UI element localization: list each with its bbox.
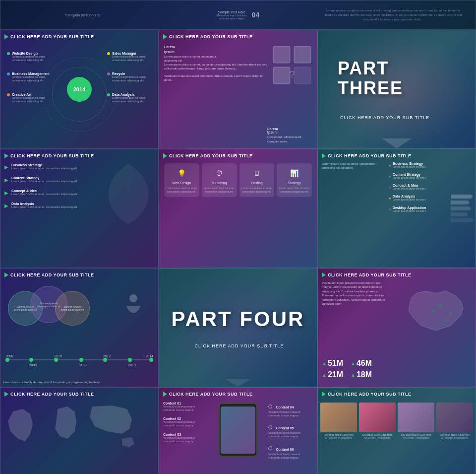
r2c3-desc-1: Lorem ipsum dolor sit amet. <box>393 165 426 169</box>
part-three-subtitle: CLICK HERE ADD YOUR SUB TITLE <box>340 115 429 120</box>
stat-21m-label: 21M <box>328 370 343 379</box>
info-label-4: Recycle <box>112 72 152 75</box>
content-label-05: Content 05 <box>276 426 294 430</box>
part-three-title: PART <box>338 59 429 78</box>
photo-3-bg <box>398 403 434 432</box>
radio-04 <box>268 405 272 408</box>
ipsum-label-2: Ipsum <box>267 131 312 134</box>
slide-r2c2-title: CLICK HERE ADD YOUR SUB TITLE <box>169 153 253 158</box>
content-label-04: Content 04 <box>276 406 294 409</box>
r2c3-item-1: ● Business Strategy Lorem ipsum dolor si… <box>389 162 448 169</box>
lorem-left: Lorem Ipsum Lorem ipsum dolor sit amet c… <box>164 45 224 63</box>
stat-21m: ▲ 21M <box>322 370 343 379</box>
stat-18m: ▲ 18M <box>351 370 372 379</box>
world-map-svg <box>3 402 157 456</box>
svg-rect-1 <box>294 46 311 63</box>
slide-r2c3: CLICK HERE ADD YOUR SUB TITLE Lorem ipsu… <box>317 149 476 268</box>
content-desc-01: Vestibulum liquet praesent commodo cursu… <box>163 405 208 412</box>
service-web-design: 💡 Web Design Lorem ipsum dolor sit amet,… <box>164 163 199 197</box>
part-three-sub-container: CLICK HERE ADD YOUR SUB TITLE <box>338 108 429 120</box>
svg-text:?: ? <box>289 69 295 80</box>
marketing-desc: Lorem ipsum dolor sit amet, consectetur … <box>204 187 235 193</box>
part-four-title-1: PART FOUR <box>172 307 305 331</box>
content-label-02: Content 02 <box>163 417 208 420</box>
venn-area: Lorem Ipsumlorem ipsum dolor sit Lorem I… <box>3 281 156 336</box>
photo-4 <box>436 403 473 432</box>
stat-51m: ▲ 51M <box>322 359 343 368</box>
r2c3-bullet-1: ● <box>389 163 391 168</box>
lorem-label-2: Lorem <box>267 127 312 131</box>
year-2012: 2012 <box>103 354 111 358</box>
photo-sub-3: Art Design, Photography <box>398 436 434 439</box>
slide-r2c3-title-bar: CLICK HERE ADD YOUR SUB TITLE <box>322 153 412 158</box>
r2c3-bullet-4: ● <box>389 196 391 201</box>
slide-r2c2-arrow <box>163 153 167 158</box>
slide-r3c3-title: CLICK HERE ADD YOUR SUB TITLE <box>328 272 412 277</box>
info-label-1: Website Design <box>12 52 52 55</box>
info-desc-4: Lorem ipsum dolor sit amet, consectetur … <box>112 75 152 82</box>
strategy-arrow-2: ▶ <box>4 177 8 183</box>
photo-2 <box>359 403 396 432</box>
slide-r3c3: CLICK HERE ADD YOUR SUB TITLE Vestibulum… <box>317 268 476 387</box>
stat-51m-label: 51M <box>328 359 343 368</box>
svg-point-5 <box>129 294 137 302</box>
photo-3 <box>398 403 434 432</box>
info-label-3: Business Management <box>12 72 52 75</box>
photo-sub-4: Art Design, Photography <box>436 436 473 439</box>
slide-r2c1-title-bar: CLICK HERE ADD YOUR SUB TITLE <box>4 153 94 158</box>
slide-r2c1-title: CLICK HERE ADD YOUR SUB TITLE <box>10 153 94 158</box>
slide-r3c3-title-bar: CLICK HERE ADD YOUR SUB TITLE <box>322 272 412 277</box>
main-grid: mahajana partitioner et. Sample Text Her… <box>0 0 476 474</box>
r3c3-body: Vestibulum liquet praesent commodo cursu… <box>322 281 386 306</box>
r2c3-strategy-list: ● Business Strategy Lorem ipsum dolor si… <box>389 162 448 213</box>
r3c1-body: Lorem ipsum is simply dummy text of the … <box>3 380 156 384</box>
photo-sub-1: Art Design, Photography <box>320 436 357 439</box>
stat-18m-label: 18M <box>357 370 372 379</box>
service-marketing: ⏱ Marketing Lorem ipsum dolor sit amet, … <box>202 163 237 197</box>
strategy-label-1: Business Strategy <box>11 163 78 167</box>
part-four-deco <box>226 379 250 387</box>
body-text: Lorem ipsum dolor sit amet, consectetur … <box>164 63 267 71</box>
strategy-desc-1: Lorem ipsum dolor sit amet, consectetur … <box>11 167 78 170</box>
part-three-deco-arrow <box>382 138 412 148</box>
strategy-label-4: Data Analysis <box>11 202 78 205</box>
slide-r2c2-title-bar: CLICK HERE ADD YOUR SUB TITLE <box>163 153 253 158</box>
year-2013: 2013 <box>128 363 136 367</box>
china-map <box>401 283 471 343</box>
r2c3-body-left: Lorem ipsum dolor sit amet, consectetur … <box>322 162 386 170</box>
photo-4-bg <box>436 403 473 432</box>
slide-r4c1-title-bar: CLICK HERE ADD YOUR SUB TITLE <box>4 392 94 397</box>
web-design-desc: Lorem ipsum dolor sit amet, consectetur … <box>166 187 197 193</box>
part-four-sub-container: CLICK HERE ADD YOUR SUB TITLE <box>172 339 305 348</box>
slide-r4c1-title: CLICK HERE ADD YOUR SUB TITLE <box>10 392 94 397</box>
part-four-content: PART FOUR CLICK HERE ADD YOUR SUB TITLE <box>172 307 305 348</box>
strategy-icon: 📊 <box>289 167 300 179</box>
content-desc-04: Vestibulum liquet praesent commodo cursu… <box>268 410 313 417</box>
strategy-item-1: ▶ Business Strategy Lorem ipsum dolor si… <box>4 163 154 170</box>
r2c3-item-5: ● Desktop Application Lorem ipsum dolor … <box>389 206 448 213</box>
infographic-container: Website Design Lorem ipsum dolor sit ame… <box>4 44 154 144</box>
r2c3-bullet-5: ● <box>389 207 391 211</box>
slide-r1c3-part-three: PART THREE CLICK HERE ADD YOUR SUB TITLE <box>317 30 476 149</box>
top-banner: mahajana partitioner et. Sample Text Her… <box>0 0 476 30</box>
slide-r1c1-title-bar: CLICK HERE ADD YOUR SUB TITLE <box>4 34 94 39</box>
photo-item-2: Our Work Name Click Here Art Design, Pho… <box>359 403 396 474</box>
part-three-title-2: THREE <box>338 78 429 98</box>
slide-r2c1: CLICK HERE ADD YOUR SUB TITLE ▶ Business… <box>0 149 159 268</box>
stat-46m: ▲ 46M <box>351 359 372 368</box>
year-2014: 2014 <box>145 354 153 358</box>
strategy-label-3: Concept & Idea <box>11 189 78 193</box>
slide-r1c2-arrow <box>163 34 167 39</box>
world-map <box>3 402 156 456</box>
content-desc-03: Vestibulum liquet praesent commodo cursu… <box>163 436 208 443</box>
puzzle-container: ? <box>272 45 312 85</box>
slide-r4c2-title-bar: CLICK HERE ADD YOUR SUB TITLE <box>163 392 253 397</box>
photo-1-bg <box>320 403 357 432</box>
strategy-arrow-3: ▶ <box>4 190 8 196</box>
content-label-06: Content 06 <box>276 448 294 451</box>
body-text-2: Vestibulum liquet praesent commodo cursu… <box>164 74 267 82</box>
tablet-screen <box>221 406 255 454</box>
svg-point-7 <box>449 312 452 315</box>
strategy-item-4: ▶ Data Analysis Lorem ipsum dolor sit am… <box>4 202 154 209</box>
arrow-21m: ▲ <box>322 372 327 378</box>
